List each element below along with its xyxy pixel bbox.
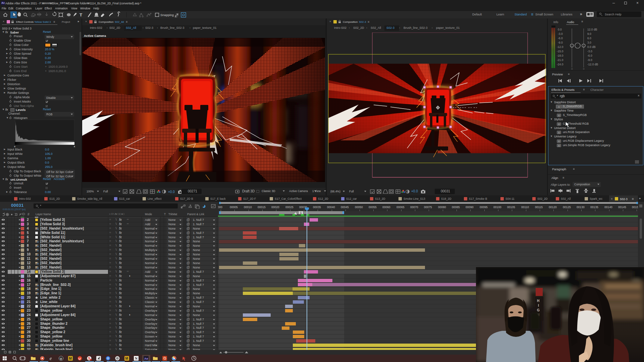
svg-text:0.0: 0.0 (558, 28, 562, 31)
svg-text:0: 0 (571, 67, 573, 70)
svg-text:Snapping: Snapping (160, 13, 174, 17)
svg-text:N: N (135, 356, 138, 360)
svg-text:0: 0 (583, 67, 585, 70)
svg-text:T: T (79, 12, 83, 17)
svg-text:-6.0: -6.0 (558, 37, 563, 40)
svg-text:-15.0: -15.0 (557, 50, 564, 53)
svg-text:I: I (538, 304, 539, 307)
svg-text:0.0 dB: 0.0 dB (587, 45, 596, 49)
svg-text:-9.0: -9.0 (558, 41, 563, 44)
svg-text:-9.0: -9.0 (587, 58, 592, 62)
svg-text:Ae: Ae (144, 357, 148, 360)
svg-text:M: M (125, 357, 128, 360)
svg-text:-12.0: -12.0 (557, 45, 564, 49)
svg-text:6.0: 6.0 (587, 37, 591, 40)
svg-text:S: S (88, 357, 91, 360)
svg-text:P: P (164, 357, 166, 360)
svg-text:U: U (78, 357, 81, 360)
svg-text:3.0: 3.0 (587, 41, 591, 44)
svg-text:G: G (537, 308, 540, 312)
svg-text:H: H (537, 299, 539, 303)
svg-text:-6.0: -6.0 (587, 54, 592, 57)
svg-text:-18.0: -18.0 (557, 54, 564, 57)
svg-text:-3.0: -3.0 (587, 50, 592, 53)
svg-text:-3.0: -3.0 (558, 32, 563, 36)
svg-text:-12.0 dB: -12.0 dB (587, 63, 598, 66)
svg-text:M: M (69, 357, 72, 360)
svg-text:9.0: 9.0 (587, 32, 591, 36)
svg-text:U: U (60, 357, 62, 360)
svg-text:12.0 dB: 12.0 dB (587, 28, 597, 31)
svg-text:-21.0: -21.0 (557, 58, 564, 62)
svg-text:+0.0: +0.0 (168, 190, 175, 194)
svg-text:-24.0: -24.0 (557, 63, 564, 66)
svg-text:e: e (50, 356, 52, 361)
